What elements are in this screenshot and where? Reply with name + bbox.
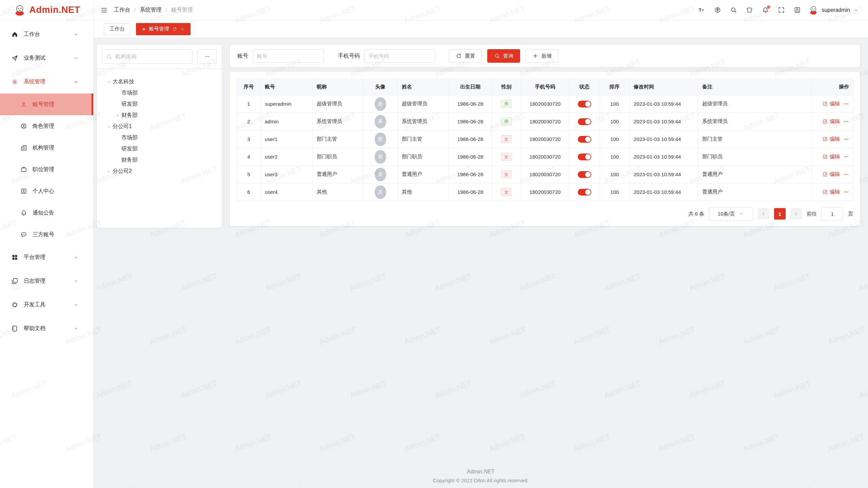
sidebar-subitem-角色管理[interactable]: 角色管理 bbox=[0, 115, 93, 137]
sidebar-item-日志管理[interactable]: 日志管理 bbox=[0, 269, 93, 293]
theme-icon[interactable] bbox=[746, 6, 753, 14]
row-more-button[interactable] bbox=[843, 101, 849, 107]
edit-label: 编辑 bbox=[830, 189, 840, 195]
profile-icon[interactable] bbox=[794, 6, 801, 14]
sidebar-subitem-职位管理[interactable]: 职位管理 bbox=[0, 159, 93, 180]
sidebar-subitem-通知公告[interactable]: 通知公告 bbox=[0, 202, 93, 224]
breadcrumb-item[interactable]: 系统管理 bbox=[140, 6, 161, 14]
font-size-icon[interactable]: TT bbox=[698, 6, 705, 14]
org-search-input[interactable] bbox=[115, 54, 188, 60]
breadcrumb-item[interactable]: 工作台 bbox=[114, 6, 130, 14]
account-input[interactable] bbox=[253, 49, 324, 63]
cell-birth: 1986-06-28 bbox=[449, 166, 492, 183]
phone-input[interactable] bbox=[364, 49, 435, 63]
column-header-account: 账号 bbox=[261, 79, 313, 95]
sidebar-item-帮助文档[interactable]: 帮助文档 bbox=[0, 317, 93, 340]
tree-node-财务部[interactable]: 财务部 bbox=[100, 110, 218, 121]
row-more-button[interactable] bbox=[843, 136, 849, 142]
tree-node-大名科技[interactable]: 大名科技 bbox=[100, 76, 218, 87]
language-icon[interactable] bbox=[714, 6, 721, 14]
sidebar-item-开发工具[interactable]: 开发工具 bbox=[0, 293, 93, 317]
status-toggle[interactable] bbox=[578, 171, 591, 178]
gender-badge: 男 bbox=[501, 118, 512, 125]
goto-page-input[interactable] bbox=[822, 207, 843, 221]
cell-gender: 男 bbox=[492, 113, 521, 130]
table-row: 6user4其他其其他1986-06-28女180200307201002023… bbox=[237, 183, 853, 201]
search-icon bbox=[494, 53, 500, 59]
next-page-button[interactable] bbox=[790, 208, 802, 220]
edit-button[interactable]: 编辑 bbox=[822, 118, 840, 125]
gender-badge: 女 bbox=[501, 135, 512, 143]
tree-more-button[interactable] bbox=[197, 49, 217, 64]
current-page-button[interactable]: 1 bbox=[774, 208, 786, 220]
edit-button[interactable]: 编辑 bbox=[822, 154, 840, 160]
cell-modified: 2023-01-03 10:59:44 bbox=[630, 130, 698, 148]
cell-account: user3 bbox=[261, 166, 313, 183]
cell-sort: 100 bbox=[600, 95, 630, 113]
add-button[interactable]: 新增 bbox=[526, 49, 558, 63]
cell-status bbox=[569, 183, 600, 201]
tree-node-分公司2[interactable]: 分公司2 bbox=[100, 166, 218, 177]
status-toggle[interactable] bbox=[578, 154, 591, 160]
cell-account: user2 bbox=[261, 148, 313, 166]
caret-right-icon[interactable] bbox=[114, 114, 121, 118]
sidebar-subitem-机构管理[interactable]: 机构管理 bbox=[0, 137, 93, 159]
tab-refresh-icon[interactable] bbox=[172, 27, 177, 32]
sidebar-subitem-个人中心[interactable]: 个人中心 bbox=[0, 180, 93, 202]
edit-button[interactable]: 编辑 bbox=[822, 101, 840, 107]
edit-button[interactable]: 编辑 bbox=[822, 136, 840, 142]
logo-text: Admin.NET bbox=[29, 5, 80, 15]
sidebar-item-业务测试[interactable]: 业务测试 bbox=[0, 46, 93, 70]
user-menu[interactable]: superadmin bbox=[808, 5, 859, 15]
sidebar-item-工作台[interactable]: 工作台 bbox=[0, 22, 93, 46]
user-table: 序号账号昵称头像姓名出生日期性别手机号码状态排序修改时间备注操作 1supera… bbox=[237, 79, 853, 201]
caret-down-icon[interactable] bbox=[105, 80, 113, 84]
tab-工作台[interactable]: 工作台 bbox=[104, 23, 131, 35]
row-more-button[interactable] bbox=[843, 189, 849, 195]
sidebar-item-平台管理[interactable]: 平台管理 bbox=[0, 245, 93, 269]
status-toggle[interactable] bbox=[578, 101, 591, 107]
tree-node-label: 市场部 bbox=[121, 134, 138, 141]
cell-nickname: 系统管理员 bbox=[313, 113, 363, 130]
caret-right-icon[interactable] bbox=[105, 169, 113, 174]
search-icon[interactable] bbox=[730, 6, 737, 14]
tree-node-市场部[interactable]: 市场部 bbox=[100, 87, 218, 99]
tab-账号管理[interactable]: 账号管理 bbox=[136, 23, 191, 35]
page-size-select[interactable]: 10条/页 bbox=[709, 207, 753, 221]
prev-page-button[interactable] bbox=[758, 208, 769, 220]
caret-down-icon[interactable] bbox=[105, 125, 113, 129]
phone-label: 手机号码 bbox=[338, 53, 360, 60]
edit-button[interactable]: 编辑 bbox=[822, 171, 840, 178]
logo[interactable]: Admin.NET bbox=[0, 0, 93, 20]
status-toggle[interactable] bbox=[578, 189, 591, 196]
row-more-button[interactable] bbox=[843, 171, 849, 177]
row-more-button[interactable] bbox=[843, 154, 849, 160]
notification-icon[interactable] bbox=[762, 6, 769, 14]
fullscreen-icon[interactable] bbox=[778, 6, 785, 14]
menu-fold-icon[interactable] bbox=[100, 6, 108, 14]
reset-button[interactable]: 重置 bbox=[449, 49, 482, 63]
cell-gender: 女 bbox=[492, 166, 521, 183]
cell-phone: 18020030720 bbox=[521, 113, 569, 130]
tree-node-财务部[interactable]: 财务部 bbox=[100, 155, 218, 166]
column-header-sort: 排序 bbox=[600, 79, 630, 95]
tree-node-研发部[interactable]: 研发部 bbox=[100, 99, 218, 110]
edit-button[interactable]: 编辑 bbox=[822, 189, 840, 195]
tree-node-研发部[interactable]: 研发部 bbox=[100, 143, 218, 155]
status-toggle[interactable] bbox=[578, 136, 591, 143]
sidebar-subitem-账号管理[interactable]: 账号管理 bbox=[0, 94, 93, 115]
tree-node-分公司1[interactable]: 分公司1 bbox=[100, 121, 218, 132]
column-header-ops: 操作 bbox=[811, 79, 853, 95]
tab-close-icon[interactable] bbox=[180, 27, 185, 32]
search-button[interactable]: 查询 bbox=[487, 49, 520, 63]
account-label: 账号 bbox=[237, 53, 248, 60]
sidebar-item-系统管理[interactable]: 系统管理 bbox=[0, 70, 93, 94]
status-toggle[interactable] bbox=[578, 118, 591, 125]
cell-seq: 3 bbox=[237, 130, 261, 148]
cell-remark: 普通用户 bbox=[698, 183, 811, 201]
row-more-button[interactable] bbox=[843, 119, 849, 124]
sidebar-subitem-三方账号[interactable]: 三方账号 bbox=[0, 224, 93, 245]
cell-remark: 普通用户 bbox=[698, 166, 811, 183]
cell-nickname: 其他 bbox=[313, 183, 363, 201]
tree-node-市场部[interactable]: 市场部 bbox=[100, 132, 218, 143]
